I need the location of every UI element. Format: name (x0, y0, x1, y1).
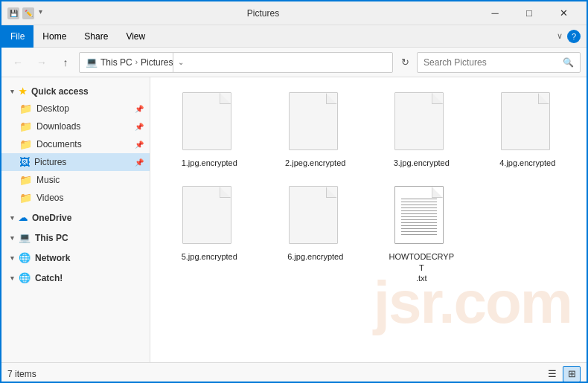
file-icon-1 (182, 92, 236, 153)
grid-view-button[interactable]: ⊞ (563, 366, 581, 382)
menu-tab-view[interactable]: View (117, 25, 154, 48)
videos-folder-icon: 📁 (19, 192, 32, 204)
file-icon-5 (182, 186, 236, 247)
pictures-folder-icon: 🖼 (19, 156, 30, 168)
sidebar-header-quickaccess[interactable]: ▾ ★ Quick access (1, 83, 150, 100)
sidebar-section-catch: ▾ 🌐 Catch! (1, 269, 150, 286)
help-icon[interactable]: ? (567, 30, 581, 43)
maximize-button[interactable]: □ (512, 1, 546, 25)
refresh-button[interactable]: ↻ (396, 52, 414, 73)
sidebar-header-catch[interactable]: ▾ 🌐 Catch! (1, 269, 150, 286)
chevron-icon: ▾ (10, 88, 14, 95)
status-bar: 7 items ☰ ⊞ (1, 362, 587, 383)
search-box[interactable]: 🔍 (417, 52, 581, 73)
file-name-5: 5.jpg.encrypted (182, 251, 237, 262)
path-separator: › (135, 58, 138, 66)
menu-tab-file[interactable]: File (1, 25, 33, 48)
item-count: 7 items (7, 369, 36, 379)
sidebar-header-thispc[interactable]: ▾ 💻 This PC (1, 229, 150, 246)
address-bar: ← → ↑ 💻 This PC › Pictures ⌄ ↻ 🔍 (1, 48, 587, 77)
sidebar-header-network[interactable]: ▾ 🌐 Network (1, 249, 150, 266)
quickaccess-icon: ★ (19, 86, 27, 97)
thispc-chevron-icon: ▾ (10, 234, 14, 242)
close-button[interactable]: ✕ (546, 1, 581, 25)
search-input[interactable] (424, 57, 558, 68)
sidebar: ▾ ★ Quick access 📁 Desktop 📌 📁 Downloads… (1, 77, 150, 362)
main-content: ▾ ★ Quick access 📁 Desktop 📌 📁 Downloads… (1, 77, 587, 362)
file-name-3: 3.jpg.encrypted (394, 158, 450, 168)
window-title: Pictures (48, 8, 478, 19)
pin-icon-downloads: 📌 (135, 123, 144, 131)
quick-access-toolbar-icon2: ✏️ (22, 7, 34, 19)
file-item-4jpg-encrypted[interactable]: 4.jpg.encrypted (478, 86, 578, 174)
minimize-button[interactable]: ─ (478, 1, 512, 25)
sidebar-item-pictures[interactable]: 🖼 Pictures 📌 (1, 153, 150, 171)
file-icon-7 (394, 186, 448, 247)
file-name-1: 1.jpg.encrypted (182, 158, 237, 168)
file-item-3jpg-encrypted[interactable]: 3.jpg.encrypted (371, 86, 472, 174)
list-view-button[interactable]: ☰ (543, 366, 561, 382)
pin-icon-documents: 📌 (135, 141, 144, 149)
file-item-6jpg-encrypted[interactable]: 6.jpg.encrypted (266, 180, 366, 289)
network-icon: 🌐 (19, 252, 31, 263)
file-icon-6 (289, 186, 342, 247)
file-item-howtodecrypt[interactable]: HOWTODECRYPT.txt (371, 180, 472, 289)
address-path[interactable]: 💻 This PC › Pictures ⌄ (79, 52, 393, 73)
file-name-6: 6.jpg.encrypted (287, 251, 343, 262)
window-controls: ─ □ ✕ (478, 1, 581, 25)
menu-tab-share[interactable]: Share (75, 25, 117, 48)
up-button[interactable]: ↑ (55, 52, 76, 73)
file-item-5jpg-encrypted[interactable]: 5.jpg.encrypted (159, 180, 260, 289)
sidebar-pictures-label: Pictures (34, 157, 66, 167)
file-name-7: HOWTODECRYPT.txt (388, 251, 455, 283)
downloads-folder-icon: 📁 (19, 120, 32, 132)
sidebar-item-downloads[interactable]: 📁 Downloads 📌 (1, 118, 150, 135)
sidebar-quickaccess-label: Quick access (31, 86, 89, 97)
file-icon-4 (501, 92, 555, 153)
file-icon-3 (394, 92, 448, 153)
title-bar-icons: 💾 ✏️ ▾ (7, 7, 42, 19)
forward-button[interactable]: → (31, 52, 52, 73)
sidebar-documents-label: Documents (36, 139, 82, 149)
file-item-2jpeg-encrypted[interactable]: 2.jpeg.encrypted (266, 86, 366, 174)
path-thispc[interactable]: This PC (100, 57, 132, 68)
file-page-7 (394, 186, 444, 244)
view-controls: ☰ ⊞ (543, 366, 581, 382)
file-name-4: 4.jpg.encrypted (499, 158, 555, 168)
path-dropdown-button[interactable]: ⌄ (173, 53, 188, 72)
file-name-2: 2.jpeg.encrypted (285, 158, 345, 168)
network-chevron-icon: ▾ (10, 254, 14, 262)
path-pictures[interactable]: Pictures (141, 57, 173, 68)
sidebar-item-videos[interactable]: 📁 Videos (1, 189, 150, 207)
file-grid: 1.jpg.encrypted 2.jpeg.encrypted 3.jpg.e… (159, 86, 578, 289)
sidebar-desktop-label: Desktop (36, 103, 69, 114)
sidebar-onedrive-label: OneDrive (32, 213, 71, 223)
sidebar-item-desktop[interactable]: 📁 Desktop 📌 (1, 100, 150, 118)
sidebar-network-label: Network (35, 253, 70, 263)
quick-access-toolbar-icon: 💾 (7, 7, 19, 19)
file-page-3 (394, 92, 444, 150)
sidebar-section-thispc: ▾ 💻 This PC (1, 229, 150, 246)
pin-icon-pictures: 📌 (135, 158, 144, 167)
back-button[interactable]: ← (7, 52, 28, 73)
title-bar-separator: ▾ (39, 7, 42, 19)
menu-bar: File Home Share View ∨ ? (1, 25, 587, 48)
sidebar-videos-label: Videos (36, 193, 63, 203)
sidebar-item-documents[interactable]: 📁 Documents 📌 (1, 135, 150, 153)
sidebar-section-quickaccess: ▾ ★ Quick access 📁 Desktop 📌 📁 Downloads… (1, 83, 150, 207)
file-page-6 (289, 186, 338, 244)
onedrive-icon: ☁ (19, 213, 28, 223)
file-icon-2 (289, 92, 342, 153)
menu-tab-home[interactable]: Home (33, 25, 75, 48)
catch-chevron-icon: ▾ (10, 274, 14, 282)
pin-icon: 📌 (135, 105, 144, 113)
file-item-1jpg-encrypted[interactable]: 1.jpg.encrypted (159, 86, 260, 174)
path-computer-icon: 💻 (86, 57, 98, 68)
sidebar-item-music[interactable]: 📁 Music (1, 171, 150, 189)
menu-chevron: ∨ ? (557, 30, 587, 43)
collapse-icon[interactable]: ∨ (557, 31, 563, 41)
sidebar-header-onedrive[interactable]: ▾ ☁ OneDrive (1, 210, 150, 226)
title-bar: 💾 ✏️ ▾ Pictures ─ □ ✕ (1, 1, 587, 25)
sidebar-section-network: ▾ 🌐 Network (1, 249, 150, 266)
sidebar-catch-label: Catch! (35, 273, 63, 283)
